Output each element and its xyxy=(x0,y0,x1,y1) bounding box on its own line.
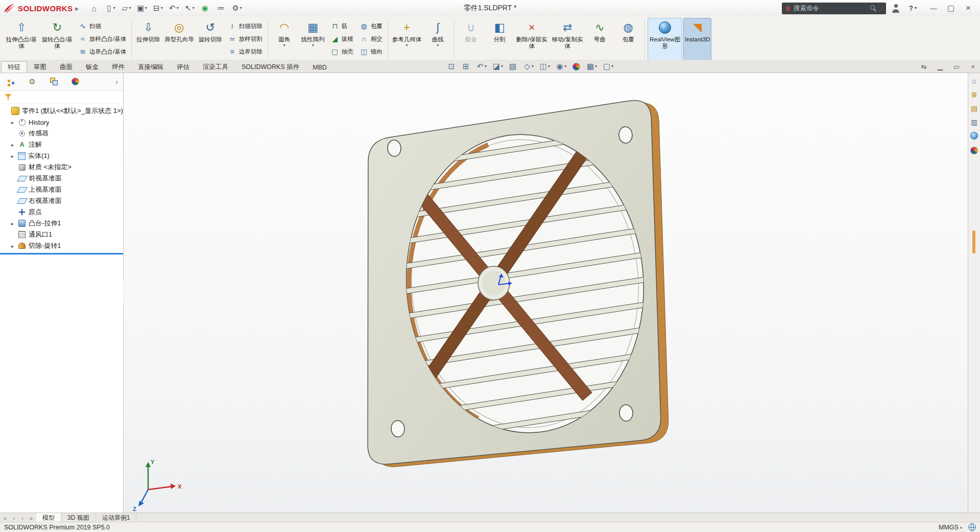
featuremanager-tree-tab[interactable] xyxy=(5,76,16,88)
mirror-button[interactable]: 镜向 xyxy=(357,45,385,58)
edit-appearance-button[interactable] xyxy=(570,61,582,72)
command-tab[interactable]: 直接编辑 xyxy=(131,61,170,73)
sweep-button[interactable]: 扫描 xyxy=(76,20,129,32)
doc-minimize-button[interactable] xyxy=(936,62,944,71)
print-button[interactable] xyxy=(150,2,165,15)
document-tab[interactable]: 模型 xyxy=(36,513,61,522)
shell-button[interactable]: 抽壳 xyxy=(328,45,356,58)
draft-button[interactable]: 拔模 xyxy=(328,33,356,45)
sweep-cut-button[interactable]: 扫描切除 xyxy=(225,20,265,32)
expand-arrow-icon[interactable] xyxy=(10,153,15,159)
command-tab[interactable]: 评估 xyxy=(170,61,196,73)
save-button[interactable] xyxy=(134,2,149,15)
doc-pane-button[interactable] xyxy=(920,62,928,71)
home-button[interactable] xyxy=(86,2,102,15)
view-settings-button[interactable] xyxy=(601,61,615,72)
hole-wizard-button[interactable]: 异型孔向导 xyxy=(163,18,196,60)
wrap-button[interactable]: 包覆 xyxy=(614,18,642,60)
feature-tree-item[interactable]: 材质 <未指定> xyxy=(3,161,123,173)
rebuild-button[interactable] xyxy=(197,2,212,15)
user-account-icon[interactable] xyxy=(891,4,900,13)
configurationmanager-tab[interactable] xyxy=(48,76,59,88)
feature-tree-item[interactable]: 切除-旋转1 xyxy=(3,240,123,251)
document-tab[interactable]: 3D 视图 xyxy=(61,513,96,522)
doc-restore-button[interactable] xyxy=(952,62,961,71)
expand-arrow-icon[interactable] xyxy=(10,142,15,148)
search-caret-icon[interactable] xyxy=(880,6,882,10)
tabs-first-button[interactable] xyxy=(2,514,9,522)
view-orientation-button[interactable] xyxy=(521,61,535,72)
extrude-boss-button[interactable]: 拉伸凸台/基体 xyxy=(4,18,39,60)
model-3d[interactable]: X Y Z xyxy=(124,73,968,513)
web-help-icon[interactable] xyxy=(968,523,976,531)
doc-close-button[interactable] xyxy=(969,62,977,71)
revolve-cut-button[interactable]: 旋转切除 xyxy=(197,18,224,60)
command-tab[interactable]: 特征 xyxy=(1,61,27,73)
graphics-area[interactable]: X Y Z xyxy=(124,73,968,513)
realview-button[interactable]: RealView图形 xyxy=(648,18,682,60)
design-library-button[interactable] xyxy=(970,90,978,99)
curves-button[interactable]: 曲线 xyxy=(424,18,451,60)
feature-tree-root[interactable]: 零件1 (默认<<默认>_显示状态 1>) xyxy=(3,105,123,117)
solidworks-resources-button[interactable] xyxy=(970,76,978,85)
select-button[interactable] xyxy=(181,2,197,15)
wrap-button[interactable]: 包覆 xyxy=(357,20,385,32)
options-button[interactable] xyxy=(229,2,244,15)
feature-tree-item[interactable]: History xyxy=(3,117,123,128)
section-view-button[interactable] xyxy=(490,61,505,72)
taskpane-scroll-thumb[interactable] xyxy=(972,230,975,253)
dynamic-annotation-button[interactable] xyxy=(507,61,519,72)
command-tab[interactable]: 钣金 xyxy=(79,61,105,73)
zoom-fit-button[interactable] xyxy=(445,61,458,72)
apply-scene-button[interactable] xyxy=(584,61,599,72)
rib-button[interactable]: 筋 xyxy=(328,20,356,32)
boundary-cut-button[interactable]: 边界切除 xyxy=(225,45,265,58)
linear-pattern-button[interactable]: 线性阵列 xyxy=(299,18,327,60)
file-explorer-button[interactable] xyxy=(970,104,978,112)
open-button[interactable] xyxy=(118,2,133,15)
tabs-next-button[interactable] xyxy=(19,514,26,522)
feature-tree-item[interactable]: 原点 xyxy=(3,206,123,218)
minimize-button[interactable] xyxy=(925,1,942,16)
command-tab[interactable]: MBD xyxy=(306,61,333,73)
command-tab[interactable]: SOLIDWORKS 插件 xyxy=(235,61,306,73)
extrude-cut-button[interactable]: 拉伸切除 xyxy=(134,18,162,60)
feature-tree-item[interactable]: 传感器 xyxy=(3,128,123,139)
panel-flyout-icon[interactable] xyxy=(115,78,118,86)
logo-flyout-arrow-icon[interactable] xyxy=(75,5,81,12)
command-search[interactable]: 搜索命令 xyxy=(782,3,886,14)
loft-button[interactable]: 放样凸台/基体 xyxy=(76,33,129,45)
appearances-scenes-button[interactable] xyxy=(970,131,978,141)
feature-tree-item[interactable]: 通风口1 xyxy=(3,229,123,240)
units-selector[interactable]: MMGS xyxy=(939,524,962,531)
loft-cut-button[interactable]: 放样切割 xyxy=(225,33,265,45)
maximize-button[interactable] xyxy=(942,1,960,16)
delete-keep-body-button[interactable]: 删除/保留实体 xyxy=(514,18,549,60)
undo-button[interactable] xyxy=(165,2,181,15)
split-button[interactable]: 分割 xyxy=(486,18,513,60)
command-tab[interactable]: 草图 xyxy=(27,61,53,73)
boundary-button[interactable]: 边界凸台/基体 xyxy=(76,45,129,58)
feature-tree-item[interactable]: 上视基准面 xyxy=(3,184,123,195)
displaymanager-tab[interactable] xyxy=(69,76,81,88)
close-button[interactable] xyxy=(960,1,977,16)
view-palette-button[interactable] xyxy=(970,118,978,126)
propertymanager-tab[interactable] xyxy=(27,76,38,87)
expand-arrow-icon[interactable] xyxy=(10,221,15,226)
feature-tree-item[interactable]: 凸台-拉伸1 xyxy=(3,218,123,229)
filter-icon[interactable] xyxy=(5,94,12,101)
revolve-boss-button[interactable]: 旋转凸台/基体 xyxy=(40,18,75,60)
search-icon[interactable] xyxy=(870,5,877,12)
expand-arrow-icon[interactable] xyxy=(10,120,15,125)
feature-tree-item[interactable]: 前视基准面 xyxy=(3,173,123,184)
feature-tree-item[interactable]: 注解 xyxy=(3,139,123,150)
file-properties-button[interactable] xyxy=(213,2,228,15)
tabs-last-button[interactable] xyxy=(28,514,35,522)
hide-show-items-button[interactable] xyxy=(554,61,568,72)
flex-button[interactable]: 弯曲 xyxy=(586,18,613,60)
document-tab[interactable]: 运动算例1 xyxy=(96,513,137,522)
previous-view-button[interactable] xyxy=(474,61,488,72)
new-document-button[interactable] xyxy=(102,2,117,15)
command-tab[interactable]: 曲面 xyxy=(53,61,79,73)
combine-button[interactable]: 组合 xyxy=(457,18,485,60)
